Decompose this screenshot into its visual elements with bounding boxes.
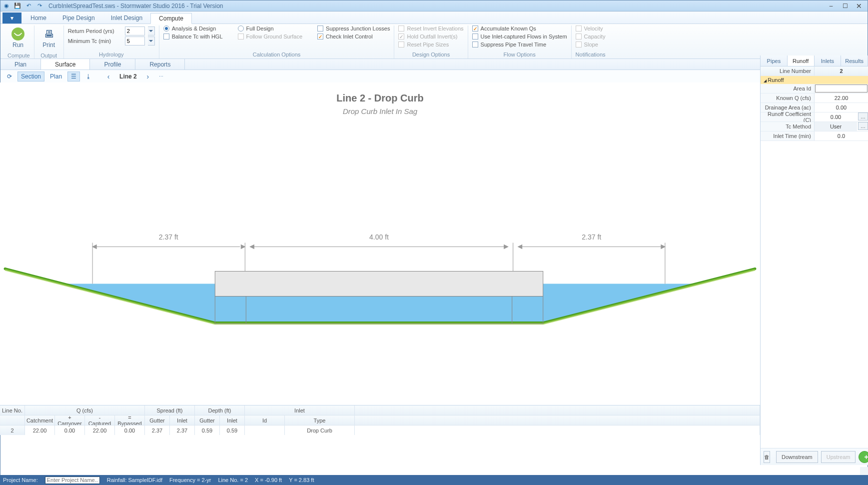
status-rainfall: Rainfall: SampleIDF.idf xyxy=(107,477,162,483)
maximize-button[interactable]: ☐ xyxy=(839,2,852,10)
redo-icon[interactable]: ↷ xyxy=(35,2,43,10)
upstream-button: Upstream xyxy=(821,451,856,463)
window-title: CurbInletSpreadTest.sws - Stormwater Stu… xyxy=(48,2,223,10)
main-content: Line 2 - Drop Curb Drop Curb Inlet In Sa… xyxy=(0,82,760,435)
checkbox-icon xyxy=(398,34,404,40)
section-toggle[interactable]: Section xyxy=(17,72,44,82)
status-y: Y = 2.83 ft xyxy=(289,477,314,483)
downstream-button[interactable]: Downstream xyxy=(776,451,818,463)
opt-check-ic[interactable]: Check Inlet Control xyxy=(317,34,390,40)
run-label: Run xyxy=(12,42,23,48)
known-q-value[interactable]: 22.00 xyxy=(815,94,868,102)
titlebar: ◉ 💾 ↶ ↷ CurbInletSpreadTest.sws - Stormw… xyxy=(0,0,868,12)
checkbox-icon xyxy=(398,42,404,48)
col-depth: Depth (ft) xyxy=(195,406,245,415)
tab-inlet-design[interactable]: Inlet Design xyxy=(103,12,150,24)
delete-button[interactable]: 🗑 xyxy=(764,451,770,463)
app-icon: ◉ xyxy=(2,2,10,10)
opt-analysis-design[interactable]: Analysis & Design xyxy=(163,26,223,32)
cross-section-view[interactable]: Line 2 - Drop Curb Drop Curb Inlet In Sa… xyxy=(0,82,760,405)
print-button[interactable]: 🖶 Print xyxy=(38,26,59,50)
group-designopt-label: Design Options xyxy=(398,50,463,58)
next-line-button[interactable]: › xyxy=(142,72,153,82)
checkbox-icon xyxy=(576,42,582,48)
inlet-time-value[interactable]: 0.0 xyxy=(815,132,868,140)
line-number-label: Line Number xyxy=(761,66,815,76)
opt-balance-tc[interactable]: Balance Tc with HGL xyxy=(163,34,223,40)
drainage-area-value[interactable]: 0.00 xyxy=(815,103,868,112)
tab-runoff[interactable]: Runoff xyxy=(788,56,815,66)
trash-icon: 🗑 xyxy=(764,454,770,460)
min-tc-label: Minimum Tc (min) xyxy=(68,38,122,44)
print-label: Print xyxy=(42,42,55,48)
min-tc-input[interactable] xyxy=(125,36,145,46)
svg-rect-0 xyxy=(215,272,543,296)
col-lineno: Line No. xyxy=(0,406,25,415)
opt-suppress-jl[interactable]: Suppress Junction Losses xyxy=(317,26,390,32)
more-icon[interactable]: ⋯ xyxy=(155,72,167,82)
opt-inlet-cap[interactable]: Use Inlet-captured Flows in System xyxy=(472,34,567,40)
status-frequency: Frequency = 2-yr xyxy=(169,477,211,483)
opt-full-design[interactable]: Full Design xyxy=(238,26,303,32)
view-mode-icon[interactable]: ☰ xyxy=(67,72,80,82)
return-period-input[interactable] xyxy=(125,26,145,36)
tab-home[interactable]: Home xyxy=(22,12,54,24)
current-line-label: Line 2 xyxy=(116,72,140,82)
dim-right: 2.37 ft xyxy=(582,233,601,241)
surface-toolbar: ⟳ Section Plan ☰ ⭳ ‹ Line 2 › ⋯ xyxy=(0,70,868,83)
opt-suppress-pt[interactable]: Suppress Pipe Travel Time xyxy=(472,42,567,48)
return-period-label: Return Period (yrs) xyxy=(68,28,122,34)
plan-toggle[interactable]: Plan xyxy=(46,72,65,82)
opt-hold-outfall: Hold Outfall Invert(s) xyxy=(398,34,463,40)
dim-mid: 4.00 ft xyxy=(369,233,389,241)
refresh-icon[interactable]: ⟳ xyxy=(3,72,15,82)
min-tc-dropdown[interactable] xyxy=(148,36,155,46)
group-compute-label: Compute xyxy=(7,50,30,60)
return-period-dropdown[interactable] xyxy=(148,26,155,36)
opt-follow-ground: Follow Ground Surface xyxy=(238,34,303,40)
save-icon[interactable]: 💾 xyxy=(13,2,21,10)
properties-panel: Pipes Runoff Inlets Results Line Number2… xyxy=(760,56,868,465)
opt-accum-q[interactable]: Accumulate Known Qs xyxy=(472,26,567,32)
opt-velocity: Velocity xyxy=(576,26,606,32)
opt-reset-pipe: Reset Pipe Sizes xyxy=(398,42,463,48)
tab-inlets[interactable]: Inlets xyxy=(815,56,842,66)
tc-method-button[interactable]: … xyxy=(858,122,868,130)
view-tab-surface[interactable]: Surface xyxy=(41,59,90,70)
runoff-coef-button[interactable]: … xyxy=(858,112,868,120)
runoff-coef-value[interactable]: 0.00 xyxy=(815,112,857,122)
checkbox-icon xyxy=(576,34,582,40)
add-button[interactable]: + xyxy=(859,451,868,463)
download-icon[interactable]: ⭳ xyxy=(82,72,95,82)
prev-line-button[interactable]: ‹ xyxy=(103,72,114,82)
line-number-value: 2 xyxy=(815,66,868,76)
checkbox-icon xyxy=(472,34,478,40)
tab-pipe-design[interactable]: Pipe Design xyxy=(54,12,103,24)
run-button[interactable]: Run xyxy=(7,26,28,50)
undo-icon[interactable]: ↶ xyxy=(24,2,32,10)
run-icon xyxy=(11,28,24,40)
tc-method-select[interactable]: User xyxy=(815,122,857,131)
group-runoff[interactable]: Runoff xyxy=(761,76,868,84)
table-row[interactable]: 2 22.00 0.00 22.00 0.00 2.37 2.37 0.59 0… xyxy=(0,425,760,435)
area-id-input[interactable] xyxy=(815,84,868,92)
view-tab-plan[interactable]: Plan xyxy=(0,59,41,70)
tab-pipes[interactable]: Pipes xyxy=(761,56,788,66)
view-tab-reports[interactable]: Reports xyxy=(135,59,185,70)
view-tab-profile[interactable]: Profile xyxy=(90,59,135,70)
group-hydrology-label: Hydrology xyxy=(68,50,155,58)
project-name-label: Project Name: xyxy=(3,477,38,483)
minimize-button[interactable]: – xyxy=(825,2,838,10)
group-output-label: Output xyxy=(38,50,59,60)
checkbox-icon xyxy=(317,26,323,32)
tab-results[interactable]: Results xyxy=(841,56,868,66)
group-flowopt-label: Flow Options xyxy=(472,50,567,58)
close-button[interactable]: ✕ xyxy=(853,2,866,10)
print-icon: 🖶 xyxy=(42,28,55,40)
project-name-input[interactable] xyxy=(45,476,100,484)
resize-grip[interactable] xyxy=(860,467,868,475)
tab-compute[interactable]: Compute xyxy=(150,13,192,24)
checkbox-icon xyxy=(317,34,323,40)
dim-left: 2.37 ft xyxy=(159,233,178,241)
file-tab[interactable]: ▾ xyxy=(2,12,21,24)
